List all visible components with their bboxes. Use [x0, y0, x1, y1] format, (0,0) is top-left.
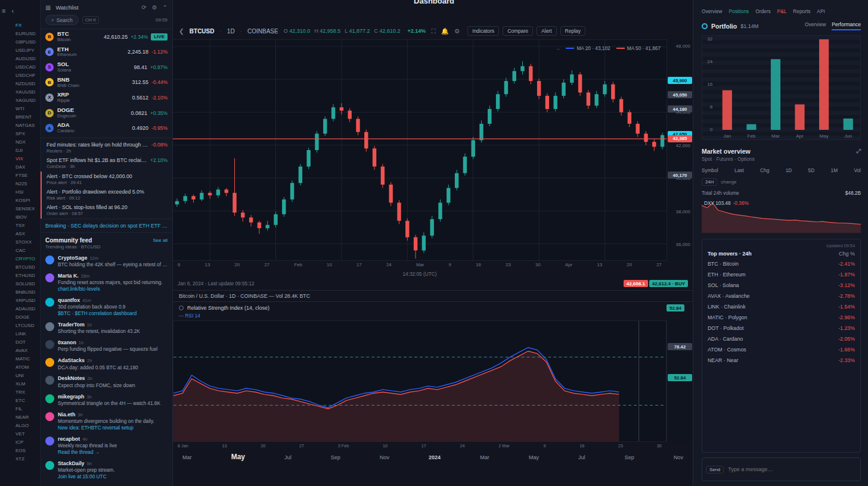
mini-sidebar-item[interactable]: STOXX [16, 238, 40, 247]
month-axis[interactable]: MarMayJulSepNov2024MarMayJulSepNov [173, 450, 693, 461]
mini-sidebar-item[interactable]: CAC [16, 247, 40, 255]
mini-sidebar-item[interactable]: DOT [16, 338, 40, 347]
market-column[interactable]: Symbol [702, 167, 718, 173]
range-badge[interactable]: 24H [702, 178, 717, 186]
price-axis[interactable]: 36,00038,00040,00042,00044,00046,00048,0… [666, 39, 693, 261]
mini-sidebar-item[interactable]: XLM [16, 380, 40, 388]
mini-sidebar-item[interactable]: SENSEX [16, 205, 40, 213]
news-item[interactable]: Fed minutes: rates likely on hold throug… [41, 140, 172, 155]
dxy-mini-chart[interactable]: DXY 103.48-0.36% [702, 200, 861, 233]
mini-sidebar-item[interactable]: ETC [16, 397, 40, 405]
account-link[interactable]: Positions [729, 8, 749, 14]
mini-sidebar-item[interactable]: NEAR [16, 413, 40, 422]
market-column[interactable]: Last [734, 167, 744, 173]
account-link[interactable]: API [817, 8, 824, 14]
mini-sidebar-item[interactable]: FTSE [16, 172, 40, 180]
mini-sidebar-item[interactable]: XTZ [16, 455, 40, 463]
mover-row[interactable]: LINK · Chainlink -1.54% [708, 301, 855, 312]
mini-sidebar-item[interactable]: EOS [16, 447, 40, 455]
mini-sidebar-item[interactable]: FIL [16, 405, 40, 413]
feed-item[interactable]: TraderTom1h Shorting the retest, invalid… [41, 319, 172, 337]
mini-sidebar-item[interactable]: BNBUSD [16, 288, 40, 297]
toolbar-button[interactable]: Indicators [467, 26, 499, 36]
mini-sidebar-item[interactable]: WTI [16, 105, 40, 113]
watchlist-row[interactable]: S SOL Solana 98.41 +0.87% [41, 60, 172, 75]
mini-sidebar-item[interactable]: XAUUSD [16, 88, 40, 96]
mini-sidebar-item[interactable]: XAGUSD [16, 96, 40, 105]
settings-icon[interactable]: ⚙ [454, 27, 460, 35]
candlestick-chart[interactable]: → MA 20 · 43,102 MA 50 · 41,867 [173, 39, 666, 261]
portfolio-bar-chart[interactable]: 08162432JanFebMarAprMayJun [702, 35, 861, 140]
mover-row[interactable]: MATIC · Polygon -2.96% [708, 312, 855, 323]
mini-sidebar-item[interactable]: TSX [16, 222, 40, 230]
feed-link[interactable]: Join live at 15:00 UTC [58, 473, 114, 480]
see-all-link[interactable]: See all [153, 238, 168, 243]
mini-sidebar-item[interactable]: NDX [16, 138, 40, 147]
watchlist-row[interactable]: B BNB BNB Chain 312.55 -0.44% [41, 75, 172, 91]
mover-row[interactable]: AVAX · Avalanche -2.78% [708, 291, 855, 301]
view-all-link[interactable]: Breaking · SEC delays decision on spot E… [41, 219, 172, 233]
toolbar-button[interactable]: Replay [560, 26, 585, 36]
account-link[interactable]: Reports [793, 8, 810, 14]
mini-sidebar-item[interactable]: ALGO [16, 422, 40, 430]
feed-item[interactable]: 0xanon1h Perp funding flipped negative —… [41, 337, 172, 355]
mini-sidebar-item[interactable]: TRX [16, 388, 40, 397]
symbol-label[interactable]: BTCUSD [190, 28, 215, 35]
mover-row[interactable]: BTC · Bitcoin -2.41% [708, 258, 855, 269]
mini-sidebar-item[interactable]: NZDUSD [16, 80, 40, 88]
watchlist-row[interactable]: B BTC Bitcoin 42,610.25 +2.34% LIVE [41, 29, 172, 45]
feed-item[interactable]: recapbot4h Weekly recap thread is live R… [41, 434, 172, 458]
collapse-icon[interactable]: ⌃ [163, 4, 168, 11]
market-column[interactable]: 1D [786, 167, 792, 173]
mini-sidebar-item[interactable]: SOLUSD [16, 280, 40, 288]
mini-sidebar-item[interactable]: VIX [16, 155, 40, 163]
mini-sidebar-item[interactable]: BRENT [16, 113, 40, 122]
mini-sidebar-item[interactable]: KOSPI [16, 197, 40, 205]
feed-item[interactable]: DeskNotes2h Expect chop into FOMC, size … [41, 373, 172, 391]
mini-sidebar-item[interactable]: ASX [16, 230, 40, 238]
grid-icon[interactable]: ▦ [45, 4, 51, 11]
mini-sidebar-item[interactable]: USDCHF [16, 71, 40, 80]
back-chevron-icon[interactable]: ‹ [11, 7, 14, 14]
portfolio-tab[interactable]: Overview [805, 21, 826, 30]
mover-row[interactable]: SOL · Solana -3.12% [708, 280, 855, 291]
mini-sidebar-item[interactable]: SPX [16, 130, 40, 138]
mini-sidebar-item[interactable]: UNI [16, 372, 40, 380]
feed-item[interactable]: quantfox41m 30d correlation back above 0… [41, 295, 172, 319]
market-column[interactable]: Chg [760, 167, 769, 173]
mini-sidebar-item[interactable]: HSI [16, 188, 40, 197]
sell-quote-chip[interactable]: 42,608.1 [624, 280, 648, 287]
feed-item[interactable]: mikegraph3h Symmetrical triangle on the … [41, 391, 172, 409]
news-item[interactable]: Alert · SOL stop-loss filled at 96.20 Or… [41, 202, 172, 218]
gear-icon[interactable]: ⚙ [152, 4, 157, 11]
news-item[interactable]: Alert · BTC crossed below 42,000.00 Pric… [41, 172, 172, 187]
market-column[interactable]: Vol [854, 167, 861, 173]
mini-sidebar-item[interactable]: ETHUSD [16, 272, 40, 280]
mini-sidebar-item[interactable]: GBPUSD [16, 38, 40, 46]
feed-item[interactable]: CryptoSage12m BTC holding the 42K shelf … [41, 253, 172, 270]
toolbar-button[interactable]: Compare [503, 26, 533, 36]
mini-sidebar-item[interactable]: CRYPTO [16, 255, 40, 263]
message-input[interactable] [728, 466, 857, 472]
portfolio-tab[interactable]: Performance [832, 21, 861, 30]
mini-sidebar-item[interactable]: LTCUSD [16, 322, 40, 330]
refresh-icon[interactable]: ⟳ [141, 4, 146, 11]
mini-sidebar-item[interactable]: AVAX [16, 347, 40, 355]
mini-sidebar-item[interactable]: USDCAD [16, 63, 40, 71]
mover-row[interactable]: ATOM · Cosmos -1.66% [708, 344, 855, 355]
feed-link[interactable]: chart.link/btc-levels [58, 286, 163, 292]
account-link[interactable]: P&L [777, 8, 787, 14]
feed-link[interactable]: $BTC · $ETH correlation dashboard [58, 310, 137, 317]
expand-icon[interactable]: ⤢ [856, 148, 861, 155]
feed-item[interactable]: Nia.eth3h Momentum divergence building o… [41, 409, 172, 434]
mini-sidebar-item[interactable]: VET [16, 430, 40, 438]
feed-link[interactable]: Read the thread → [58, 449, 117, 456]
feed-item[interactable]: Marta K.26m Funding reset across majors,… [41, 270, 172, 295]
bell-icon[interactable]: 🔔 [441, 27, 449, 35]
mini-sidebar-item[interactable]: DJI [16, 147, 40, 155]
mini-sidebar-item[interactable]: IBOV [16, 213, 40, 222]
chevron-left-icon[interactable]: ❮ [179, 27, 184, 35]
feed-item[interactable]: AdaStacks2h DCA day: added 0.05 BTC at 4… [41, 355, 172, 373]
watchlist-row[interactable]: E ETH Ethereum 2,245.18 -1.12% [41, 45, 172, 60]
rsi-chart[interactable] [173, 320, 666, 442]
